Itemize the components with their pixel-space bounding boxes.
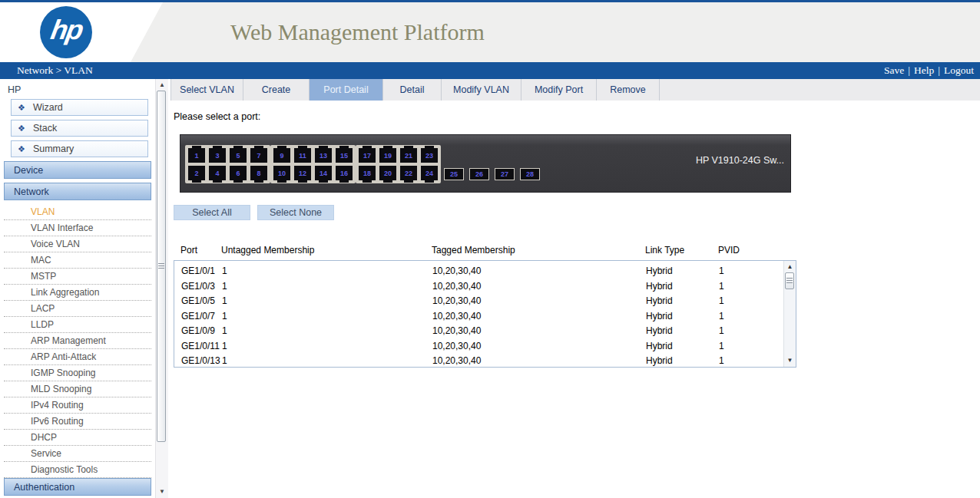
port-7[interactable]: 7 xyxy=(250,148,267,163)
list-scrollbar-thumb[interactable] xyxy=(785,272,794,289)
port-20[interactable]: 20 xyxy=(379,166,396,180)
port-28[interactable]: 28 xyxy=(520,168,540,180)
tab-detail[interactable]: Detail xyxy=(383,79,442,101)
sidebar-scrollbar-thumb[interactable] xyxy=(157,91,166,442)
sidebar-item-voice-vlan[interactable]: Voice VLAN xyxy=(4,236,151,252)
port-27[interactable]: 27 xyxy=(495,168,515,180)
port-13[interactable]: 13 xyxy=(315,148,332,163)
column-header-port: Port xyxy=(180,243,221,256)
tab-remove[interactable]: Remove xyxy=(597,79,660,101)
save-link[interactable]: Save xyxy=(884,64,904,77)
sidebar-item-dhcp[interactable]: DHCP xyxy=(4,430,151,446)
sidebar-item-vlan-interface[interactable]: VLAN Interface xyxy=(4,220,151,236)
sidebar-item-mac[interactable]: MAC xyxy=(4,252,151,269)
port-16[interactable]: 16 xyxy=(336,166,353,180)
sidebar-item-link-aggregation[interactable]: Link Aggregation xyxy=(4,285,151,301)
thumb-grip xyxy=(158,263,164,269)
port-12[interactable]: 12 xyxy=(294,166,311,180)
diamond-icon: ❖ xyxy=(18,144,25,154)
scroll-down-icon[interactable]: ▼ xyxy=(156,487,168,496)
port-17[interactable]: 17 xyxy=(359,148,376,163)
port-group-2: 911131510121416 xyxy=(270,145,356,183)
app-header: hp Web Management Platform xyxy=(0,2,980,62)
sidebar-item-mld-snooping[interactable]: MLD Snooping xyxy=(4,381,151,397)
sidebar-item-vlan[interactable]: VLAN xyxy=(4,204,151,220)
column-header-pvid: PVID xyxy=(718,243,796,256)
sidebar-section-network[interactable]: Network xyxy=(4,183,151,200)
port-23[interactable]: 23 xyxy=(421,148,438,163)
column-header-link-type: Link Type xyxy=(645,243,718,256)
select-all-button[interactable]: Select All xyxy=(174,205,250,220)
diamond-icon: ❖ xyxy=(18,124,25,134)
sidebar-item-wizard[interactable]: ❖ Wizard xyxy=(11,99,148,116)
port-9[interactable]: 9 xyxy=(273,148,290,163)
sidebar-item-diagnostic-tools[interactable]: Diagnostic Tools xyxy=(4,462,151,478)
port-1[interactable]: 1 xyxy=(188,148,205,163)
top-links: Save|Help|Logout xyxy=(884,64,974,77)
sidebar-item-service[interactable]: Service xyxy=(4,446,151,462)
port-group-3: 1719212318202224 xyxy=(356,145,441,183)
sidebar-item-arp-management[interactable]: ARP Management xyxy=(4,333,151,349)
switch-port-panel: 171921231820222491113151012141613572468 … xyxy=(180,134,791,193)
port-6[interactable]: 6 xyxy=(230,166,247,180)
port-21[interactable]: 21 xyxy=(400,148,417,163)
tab-create[interactable]: Create xyxy=(243,79,310,101)
sidebar-item-ipv6-routing[interactable]: IPv6 Routing xyxy=(4,414,151,430)
tab-modify-vlan[interactable]: Modify VLAN xyxy=(442,79,521,101)
port-26[interactable]: 26 xyxy=(469,168,489,180)
select-port-prompt: Please select a port: xyxy=(174,111,980,122)
table-row: GE1/0/7 1 10,20,30,40 Hybrid 1 xyxy=(174,309,796,325)
uplink-ports: 25262728 xyxy=(444,168,540,180)
sidebar-scrollbar[interactable]: ▲ ▼ xyxy=(155,79,168,498)
list-scrollbar[interactable]: ▲ ▼ xyxy=(783,261,796,367)
help-link[interactable]: Help xyxy=(914,64,934,77)
port-11[interactable]: 11 xyxy=(294,148,311,163)
port-table-header: Port Untagged Membership Tagged Membersh… xyxy=(174,243,796,256)
logout-link[interactable]: Logout xyxy=(944,64,974,77)
breadcrumb-bar: Network > VLAN Save|Help|Logout xyxy=(0,62,980,79)
network-submenu: VLANVLAN InterfaceVoice VLANMACMSTPLink … xyxy=(4,204,151,478)
tab-select-vlan[interactable]: Select VLAN xyxy=(171,79,243,101)
breadcrumb: Network > VLAN xyxy=(6,64,93,77)
sidebar-section-device[interactable]: Device xyxy=(4,161,151,179)
scroll-up-icon[interactable]: ▲ xyxy=(156,81,168,90)
sidebar-item-summary[interactable]: ❖ Summary xyxy=(11,140,148,157)
sidebar-item-stack[interactable]: ❖ Stack xyxy=(11,120,148,137)
port-detail-list: GE1/0/1 1 10,20,30,40 Hybrid 1 GE1/0/3 1… xyxy=(174,260,796,368)
port-25[interactable]: 25 xyxy=(444,168,464,180)
column-header-tagged: Tagged Membership xyxy=(432,243,645,256)
hp-logo: hp xyxy=(40,6,92,58)
port-19[interactable]: 19 xyxy=(379,148,396,163)
scroll-up-icon[interactable]: ▲ xyxy=(784,262,796,272)
port-14[interactable]: 14 xyxy=(315,166,332,180)
column-header-untagged: Untagged Membership xyxy=(221,243,432,256)
port-3[interactable]: 3 xyxy=(209,148,226,163)
port-detail-rows: GE1/0/1 1 10,20,30,40 Hybrid 1 GE1/0/3 1… xyxy=(174,261,796,368)
sidebar-item-ipv4-routing[interactable]: IPv4 Routing xyxy=(4,397,151,414)
sidebar-section-authentication[interactable]: Authentication xyxy=(4,478,151,496)
sidebar-item-mstp[interactable]: MSTP xyxy=(4,269,151,285)
table-row: GE1/0/11 1 10,20,30,40 Hybrid 1 xyxy=(174,339,796,355)
select-none-button[interactable]: Select None xyxy=(257,205,334,220)
port-2[interactable]: 2 xyxy=(188,166,205,180)
port-8[interactable]: 8 xyxy=(250,166,267,180)
port-selection-buttons: Select All Select None xyxy=(174,205,980,220)
sidebar-item-lldp[interactable]: LLDP xyxy=(4,317,151,333)
port-15[interactable]: 15 xyxy=(336,148,353,163)
port-5[interactable]: 5 xyxy=(230,148,247,163)
port-22[interactable]: 22 xyxy=(400,166,417,180)
thumb-grip xyxy=(786,278,793,284)
tab-port-detail[interactable]: Port Detail xyxy=(310,79,383,101)
table-row: GE1/0/9 1 10,20,30,40 Hybrid 1 xyxy=(174,324,796,339)
sidebar-item-igmp-snooping[interactable]: IGMP Snooping xyxy=(4,365,151,381)
port-24[interactable]: 24 xyxy=(421,166,438,180)
table-row: GE1/0/5 1 10,20,30,40 Hybrid 1 xyxy=(174,294,796,309)
sidebar-item-arp-anti-attack[interactable]: ARP Anti-Attack xyxy=(4,349,151,365)
port-10[interactable]: 10 xyxy=(273,166,290,180)
port-18[interactable]: 18 xyxy=(359,166,376,180)
scroll-down-icon[interactable]: ▼ xyxy=(784,356,796,365)
sidebar-item-lacp[interactable]: LACP xyxy=(4,301,151,317)
sidebar: HP ❖ Wizard ❖ Stack ❖ Summary Device Net… xyxy=(0,79,155,498)
tab-modify-port[interactable]: Modify Port xyxy=(521,79,597,101)
port-4[interactable]: 4 xyxy=(209,166,226,180)
